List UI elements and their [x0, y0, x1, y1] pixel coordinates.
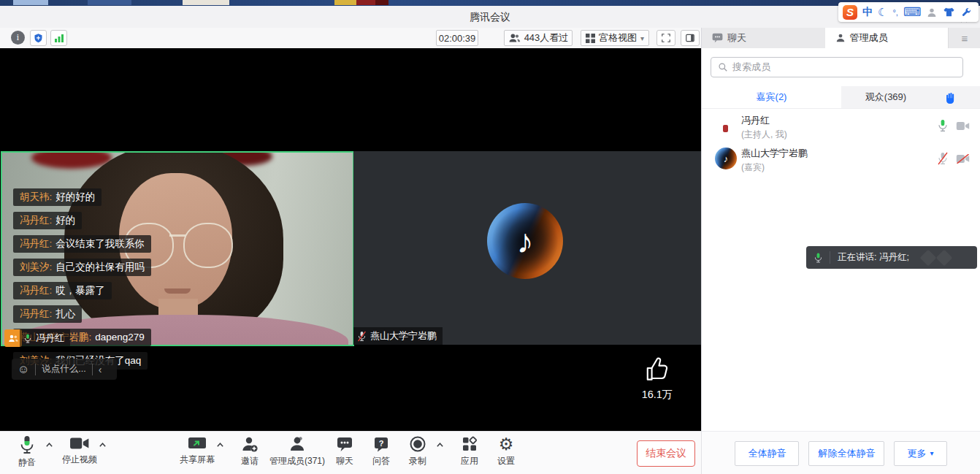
decoration — [31, 151, 112, 169]
settings-button[interactable]: ⚙ 设置 — [488, 435, 524, 467]
invite-icon — [241, 435, 259, 453]
music-avatar: ♪ — [487, 203, 563, 279]
member-icon — [835, 33, 846, 43]
desktop-window-fragment — [183, 0, 229, 5]
apps-icon — [461, 435, 478, 453]
panel-header: 聊天 管理成员 ≡ — [701, 28, 980, 48]
divider — [701, 431, 702, 474]
desktop-window-fragment — [334, 0, 356, 5]
member-name: 冯丹红 — [741, 114, 787, 127]
video-stage: ♪ 燕山大学宁岩鹏 胡天祎:好的好的 冯丹红:好的 冯丹红:会议结束了我联系你 … — [0, 48, 701, 431]
mic-on-icon — [814, 252, 823, 264]
mic-muted-icon — [357, 331, 367, 342]
search-member-input[interactable]: 搜索成员 — [711, 57, 963, 77]
panel-menu-button[interactable]: ≡ — [948, 28, 980, 48]
unmute-all-button[interactable]: 解除全体静音 — [808, 441, 884, 466]
moon-icon[interactable]: ☾ — [878, 6, 887, 19]
camera-muted-icon[interactable] — [956, 154, 970, 164]
viewer-count-button[interactable]: 443人看过 — [504, 30, 573, 46]
qa-button[interactable]: ? 问答 — [363, 435, 399, 467]
invite-button[interactable]: 邀请 — [231, 435, 268, 467]
speaking-text: 正在讲话: 冯丹红; — [838, 251, 909, 264]
more-button[interactable]: 更多 ▾ — [894, 441, 946, 466]
record-options-caret[interactable] — [436, 442, 444, 448]
fullscreen-icon — [661, 33, 671, 43]
mute-all-button[interactable]: 全体静音 — [735, 441, 799, 466]
chat-input[interactable]: ☺ 说点什么... ‹ — [12, 359, 117, 380]
member-name: 燕山大学宁岩鹏 — [741, 147, 808, 160]
user-icon[interactable] — [926, 7, 938, 18]
mic-options-caret[interactable] — [45, 442, 53, 448]
search-icon — [718, 62, 728, 72]
manage-members-button[interactable]: 管理成员(371) — [268, 435, 326, 467]
mute-button[interactable]: 静音 — [9, 435, 45, 469]
chat-message: 冯丹红:扎心 — [13, 305, 82, 323]
punctuation-icon[interactable]: °, — [892, 8, 897, 17]
glasses-right — [183, 223, 233, 268]
chat-message: 胡天祎:好的好的 — [13, 188, 102, 206]
sidebar-toggle-button[interactable] — [681, 30, 700, 46]
chat-message: 冯丹红:会议结束了我联系你 — [13, 235, 151, 253]
tile-nameplate: 燕山大学宁岩鹏 — [353, 327, 443, 345]
members-panel: 搜索成员 嘉宾(2) 观众(369) 冯丹红 (主持人, 我) ♪ 燕山大学宁岩 — [701, 48, 980, 431]
view-mode-dropdown[interactable]: 宫格视图 ▾ — [581, 30, 649, 46]
tab-guests[interactable]: 嘉宾(2) — [702, 86, 841, 108]
chat-input-placeholder: 说点什么... — [42, 363, 85, 375]
raise-hand-icon[interactable] — [944, 91, 957, 104]
speaking-toast: 正在讲话: 冯丹红; — [806, 246, 977, 269]
meeting-timer: 02:00:39 — [436, 30, 478, 46]
gear-icon: ⚙ — [499, 435, 514, 453]
glasses-bridge — [169, 234, 185, 237]
thumbs-up-icon[interactable] — [643, 354, 672, 382]
network-signal-icon[interactable] — [50, 30, 67, 46]
fullscreen-button[interactable] — [656, 30, 675, 46]
keyboard-icon[interactable]: ⌨ — [903, 4, 922, 20]
tshirt-icon[interactable] — [943, 7, 955, 18]
collapse-icon[interactable]: ‹ — [99, 364, 102, 375]
bottom-toolbar: 静音 停止视频 共享屏幕 邀请 管理成员(371) — [0, 431, 701, 474]
apps-button[interactable]: 应用 — [451, 435, 488, 467]
share-options-caret[interactable] — [216, 442, 224, 448]
desktop-window-fragment — [88, 0, 131, 5]
stop-video-button[interactable]: 停止视频 — [61, 435, 99, 466]
divider — [35, 364, 36, 375]
video-options-caret[interactable] — [99, 442, 107, 448]
mic-muted-icon[interactable] — [937, 152, 949, 165]
member-row[interactable]: 冯丹红 (主持人, 我) — [702, 112, 975, 146]
member-row[interactable]: ♪ 燕山大学宁岩鹏 (嘉宾) — [702, 145, 975, 179]
dropdown-arrow-icon: ▾ — [930, 449, 933, 457]
person-mouth — [164, 288, 191, 294]
divider — [830, 251, 830, 264]
tab-manage-members[interactable]: 管理成员 — [825, 28, 949, 48]
desktop-window-fragment — [375, 0, 388, 5]
ime-logo-icon[interactable]: S — [843, 5, 857, 20]
mic-on-icon — [23, 333, 32, 344]
avatar-detail — [723, 125, 728, 132]
camera-icon[interactable] — [956, 121, 970, 131]
tab-chat[interactable]: 聊天 — [702, 28, 825, 48]
tile-nameplate: 冯丹红 — [20, 329, 70, 347]
share-screen-button[interactable]: 共享屏幕 — [178, 435, 216, 466]
mic-on-icon[interactable] — [937, 119, 949, 132]
grid-view-icon — [586, 34, 595, 43]
end-meeting-button[interactable]: 结束会议 — [637, 440, 695, 467]
mic-on-icon — [18, 435, 36, 454]
ime-toolbar: S 中 ☾ °, ⌨ — [838, 2, 979, 22]
chat-button[interactable]: 聊天 — [326, 435, 363, 467]
tencent-meeting-window: 腾讯会议 × S 中 ☾ °, ⌨ i 02:00:39 443人看过 宫格视图… — [0, 0, 980, 474]
likes-count: 16.1万 — [628, 388, 686, 402]
tab-audience[interactable]: 观众(369) — [841, 86, 980, 108]
security-shield-icon[interactable] — [30, 30, 47, 46]
record-button[interactable]: 录制 — [399, 435, 436, 467]
title-bar: 腾讯会议 — [0, 6, 980, 28]
watermark — [920, 249, 937, 266]
wrench-icon[interactable] — [960, 7, 972, 18]
dropdown-arrow-icon: ▾ — [640, 34, 644, 42]
ime-lang-icon[interactable]: 中 — [862, 6, 873, 19]
avatar: ♪ — [715, 148, 737, 169]
emoji-icon[interactable]: ☺ — [18, 363, 29, 376]
chat-message: 冯丹红:哎，暴露了 — [13, 282, 112, 299]
video-tile-guest[interactable]: ♪ 燕山大学宁岩鹏 — [353, 151, 701, 345]
likes-widget[interactable]: 16.1万 — [628, 354, 686, 402]
info-icon[interactable]: i — [11, 31, 25, 45]
